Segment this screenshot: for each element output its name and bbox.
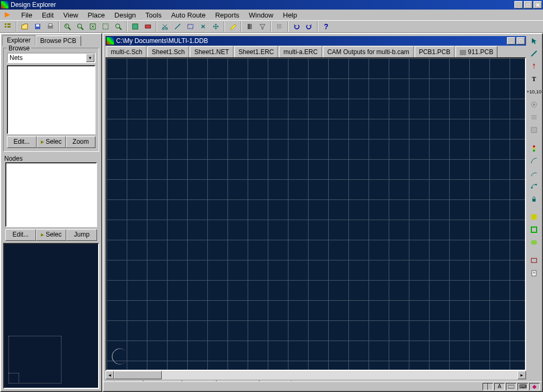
doctab-6[interactable]: PCB1.PCB — [415, 46, 454, 57]
rtool-arc3-icon[interactable] — [528, 180, 540, 192]
doctab-1[interactable]: Sheet1.Sch — [147, 46, 189, 57]
open-icon[interactable] — [19, 21, 31, 32]
rtool-polygon-icon[interactable] — [528, 237, 540, 248]
menu-reports[interactable]: Reports — [211, 10, 244, 20]
svg-point-27 — [533, 64, 535, 66]
status-tool-icon[interactable] — [506, 383, 516, 390]
svg-point-34 — [533, 150, 535, 152]
book-icon[interactable] — [244, 21, 256, 32]
menu-view[interactable]: View — [59, 10, 82, 20]
rtool-dimension-icon[interactable]: +10,10 — [528, 86, 540, 98]
svg-rect-7 — [49, 24, 52, 26]
rtool-text-icon[interactable]: T — [528, 73, 540, 85]
status-keyboard-icon[interactable]: ⌨ — [518, 383, 528, 390]
rtool-hatch-icon[interactable] — [528, 124, 540, 136]
nodes-listbox[interactable] — [5, 162, 97, 227]
status-mode[interactable]: A — [494, 383, 505, 390]
pcb-canvas[interactable] — [106, 57, 526, 371]
rtool-pin-icon[interactable] — [528, 60, 540, 72]
jump-button[interactable]: Jump — [66, 229, 97, 241]
menu-file[interactable]: File — [17, 10, 37, 20]
tree-icon[interactable] — [2, 21, 14, 32]
rect-icon[interactable] — [185, 21, 196, 32]
doc-minimize-button[interactable]: _ — [507, 37, 515, 45]
browse-combo[interactable]: Nets ▼ — [7, 53, 95, 63]
horizontal-scrollbar[interactable]: ◄ ► — [106, 371, 526, 379]
rtool-arrow-icon[interactable] — [528, 35, 540, 47]
print-icon[interactable] — [45, 21, 56, 32]
right-toolbar: T +10,10 — [528, 35, 541, 390]
rtool-room-icon[interactable] — [528, 224, 540, 236]
doctab-2[interactable]: Sheet1.NET — [190, 46, 233, 57]
doctab-3[interactable]: Sheet1.ERC — [234, 46, 278, 57]
select-button-2[interactable]: ▸ Selec — [36, 229, 67, 241]
doc-maximize-button[interactable]: □ — [516, 37, 525, 45]
statusbar: │ A ⌨ ◆ — [103, 381, 542, 391]
menu-autoroute[interactable]: Auto Route — [167, 10, 210, 20]
move-icon[interactable] — [210, 21, 222, 32]
svg-point-16 — [116, 24, 120, 28]
cross-icon[interactable] — [197, 21, 209, 32]
svg-rect-37 — [532, 199, 536, 202]
tab-explorer[interactable]: Explorer — [2, 35, 36, 46]
menu-edit[interactable]: Edit — [38, 10, 58, 20]
doctab-4[interactable]: multi-a.ERC — [279, 46, 322, 57]
undo-icon[interactable] — [291, 21, 302, 32]
menu-tools[interactable]: Tools — [141, 10, 165, 20]
doctab-7[interactable]: 911.PCB — [456, 46, 497, 58]
doctab-5[interactable]: CAM Outputs for multi-b.cam — [323, 46, 414, 57]
rtool-traffic-icon[interactable] — [528, 142, 540, 154]
pcb-preview[interactable] — [3, 243, 99, 389]
zoom-button[interactable]: Zoom — [66, 136, 95, 148]
svg-rect-0 — [5, 23, 6, 25]
rtool-via-icon[interactable] — [528, 99, 540, 110]
help-icon[interactable]: ? — [320, 21, 332, 32]
select-button-1[interactable]: ▸ Selec — [37, 136, 66, 148]
rtool-pad-icon[interactable] — [528, 111, 540, 123]
scroll-right-button[interactable]: ► — [518, 371, 526, 379]
zoom-in-icon[interactable]: + — [62, 21, 73, 32]
rtool-report-icon[interactable] — [528, 267, 540, 279]
rtool-lock-icon[interactable] — [528, 193, 540, 205]
menu-help[interactable]: Help — [279, 10, 302, 20]
highlight-icon[interactable] — [227, 21, 239, 32]
rtool-arc2-icon[interactable] — [528, 168, 540, 179]
browse-listbox[interactable] — [7, 65, 95, 134]
edit-button-1[interactable]: Edit... — [7, 136, 37, 148]
save-icon[interactable] — [32, 21, 43, 32]
close-button[interactable]: ✕ — [533, 1, 542, 8]
rtool-fill-icon[interactable] — [528, 211, 540, 223]
menu-window[interactable]: Window — [244, 10, 277, 20]
rtool-design-icon[interactable] — [528, 255, 540, 266]
edit-button-2[interactable]: Edit... — [5, 229, 36, 241]
zoom-icon[interactable] — [112, 21, 124, 32]
cut-icon[interactable] — [159, 21, 171, 32]
filter-icon[interactable] — [257, 21, 268, 32]
minimize-button[interactable]: _ — [514, 1, 523, 8]
scroll-thumb[interactable] — [114, 371, 162, 379]
scroll-left-button[interactable]: ◄ — [106, 371, 114, 379]
select-icon[interactable] — [129, 21, 141, 32]
grid-icon[interactable] — [274, 21, 285, 32]
zoom-fit-icon[interactable] — [87, 21, 99, 32]
preview-viewport — [8, 373, 19, 384]
line-icon[interactable] — [172, 21, 183, 32]
svg-rect-31 — [531, 127, 537, 133]
scroll-track[interactable] — [114, 371, 518, 379]
rtool-arc1-icon[interactable] — [528, 155, 540, 167]
tab-browse-pcb[interactable]: Browse PCB — [36, 36, 81, 46]
document-titlebar: C:\My Documents\MULTI-1.DDB _ □ — [106, 36, 526, 46]
titlebar: Design Explorer _ □ ✕ — [0, 0, 543, 10]
redo-icon[interactable] — [303, 21, 315, 32]
svg-rect-2 — [5, 26, 6, 28]
rtool-line-icon[interactable] — [528, 48, 540, 59]
menu-design[interactable]: Design — [110, 10, 140, 20]
menu-place[interactable]: Place — [83, 10, 109, 20]
doctab-0[interactable]: multi-c.Sch — [107, 46, 146, 57]
dropdown-arrow-icon[interactable]: ▼ — [86, 54, 94, 62]
component-icon[interactable] — [142, 21, 154, 32]
zoom-region-icon[interactable] — [100, 21, 111, 32]
zoom-out-icon[interactable]: - — [74, 21, 86, 32]
status-eraser-icon[interactable]: ◆ — [529, 383, 540, 390]
maximize-button[interactable]: □ — [524, 1, 532, 8]
